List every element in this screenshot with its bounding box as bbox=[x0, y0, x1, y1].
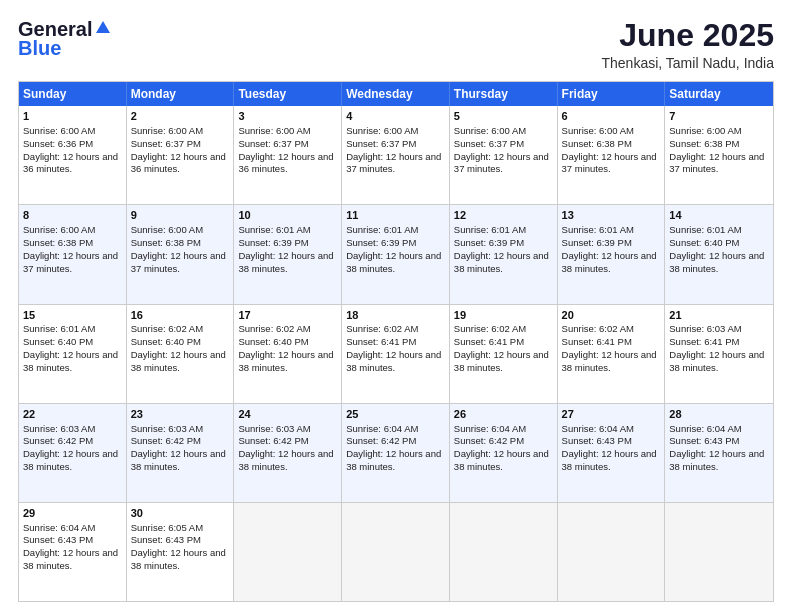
calendar-cell: 16Sunrise: 6:02 AMSunset: 6:40 PMDayligh… bbox=[127, 305, 235, 403]
calendar-cell: 11Sunrise: 6:01 AMSunset: 6:39 PMDayligh… bbox=[342, 205, 450, 303]
day-number: 7 bbox=[669, 109, 769, 124]
calendar-cell: 14Sunrise: 6:01 AMSunset: 6:40 PMDayligh… bbox=[665, 205, 773, 303]
day-number: 11 bbox=[346, 208, 445, 223]
day-number: 15 bbox=[23, 308, 122, 323]
calendar-cell bbox=[665, 503, 773, 601]
day-info: Sunrise: 6:03 AMSunset: 6:42 PMDaylight:… bbox=[238, 423, 333, 472]
day-info: Sunrise: 6:00 AMSunset: 6:38 PMDaylight:… bbox=[23, 224, 118, 273]
calendar-cell: 15Sunrise: 6:01 AMSunset: 6:40 PMDayligh… bbox=[19, 305, 127, 403]
day-number: 16 bbox=[131, 308, 230, 323]
calendar-cell: 20Sunrise: 6:02 AMSunset: 6:41 PMDayligh… bbox=[558, 305, 666, 403]
day-info: Sunrise: 6:03 AMSunset: 6:41 PMDaylight:… bbox=[669, 323, 764, 372]
calendar-cell: 6Sunrise: 6:00 AMSunset: 6:38 PMDaylight… bbox=[558, 106, 666, 204]
day-info: Sunrise: 6:01 AMSunset: 6:39 PMDaylight:… bbox=[454, 224, 549, 273]
calendar-cell: 23Sunrise: 6:03 AMSunset: 6:42 PMDayligh… bbox=[127, 404, 235, 502]
calendar-row: 22Sunrise: 6:03 AMSunset: 6:42 PMDayligh… bbox=[19, 403, 773, 502]
calendar-cell: 4Sunrise: 6:00 AMSunset: 6:37 PMDaylight… bbox=[342, 106, 450, 204]
day-info: Sunrise: 6:01 AMSunset: 6:39 PMDaylight:… bbox=[346, 224, 441, 273]
calendar-body: 1Sunrise: 6:00 AMSunset: 6:36 PMDaylight… bbox=[19, 106, 773, 601]
day-number: 6 bbox=[562, 109, 661, 124]
title-block: June 2025 Thenkasi, Tamil Nadu, India bbox=[602, 18, 775, 71]
svg-marker-0 bbox=[96, 21, 110, 33]
calendar-cell: 9Sunrise: 6:00 AMSunset: 6:38 PMDaylight… bbox=[127, 205, 235, 303]
calendar-cell: 25Sunrise: 6:04 AMSunset: 6:42 PMDayligh… bbox=[342, 404, 450, 502]
day-info: Sunrise: 6:00 AMSunset: 6:37 PMDaylight:… bbox=[454, 125, 549, 174]
calendar-cell: 26Sunrise: 6:04 AMSunset: 6:42 PMDayligh… bbox=[450, 404, 558, 502]
day-number: 5 bbox=[454, 109, 553, 124]
day-number: 23 bbox=[131, 407, 230, 422]
calendar-cell: 10Sunrise: 6:01 AMSunset: 6:39 PMDayligh… bbox=[234, 205, 342, 303]
day-number: 25 bbox=[346, 407, 445, 422]
day-number: 22 bbox=[23, 407, 122, 422]
calendar-cell: 21Sunrise: 6:03 AMSunset: 6:41 PMDayligh… bbox=[665, 305, 773, 403]
location-title: Thenkasi, Tamil Nadu, India bbox=[602, 55, 775, 71]
day-info: Sunrise: 6:02 AMSunset: 6:41 PMDaylight:… bbox=[454, 323, 549, 372]
calendar-cell: 1Sunrise: 6:00 AMSunset: 6:36 PMDaylight… bbox=[19, 106, 127, 204]
calendar-cell: 5Sunrise: 6:00 AMSunset: 6:37 PMDaylight… bbox=[450, 106, 558, 204]
calendar-cell bbox=[342, 503, 450, 601]
calendar-cell bbox=[558, 503, 666, 601]
day-number: 24 bbox=[238, 407, 337, 422]
day-info: Sunrise: 6:04 AMSunset: 6:43 PMDaylight:… bbox=[23, 522, 118, 571]
calendar-cell: 3Sunrise: 6:00 AMSunset: 6:37 PMDaylight… bbox=[234, 106, 342, 204]
day-info: Sunrise: 6:02 AMSunset: 6:40 PMDaylight:… bbox=[131, 323, 226, 372]
day-info: Sunrise: 6:03 AMSunset: 6:42 PMDaylight:… bbox=[23, 423, 118, 472]
header-day-monday: Monday bbox=[127, 82, 235, 106]
header: General Blue June 2025 Thenkasi, Tamil N… bbox=[18, 18, 774, 71]
calendar-cell bbox=[450, 503, 558, 601]
day-info: Sunrise: 6:00 AMSunset: 6:37 PMDaylight:… bbox=[346, 125, 441, 174]
header-day-sunday: Sunday bbox=[19, 82, 127, 106]
calendar-cell: 24Sunrise: 6:03 AMSunset: 6:42 PMDayligh… bbox=[234, 404, 342, 502]
calendar-cell: 12Sunrise: 6:01 AMSunset: 6:39 PMDayligh… bbox=[450, 205, 558, 303]
day-number: 12 bbox=[454, 208, 553, 223]
day-info: Sunrise: 6:05 AMSunset: 6:43 PMDaylight:… bbox=[131, 522, 226, 571]
calendar-cell bbox=[234, 503, 342, 601]
day-info: Sunrise: 6:02 AMSunset: 6:40 PMDaylight:… bbox=[238, 323, 333, 372]
day-number: 26 bbox=[454, 407, 553, 422]
calendar-cell: 30Sunrise: 6:05 AMSunset: 6:43 PMDayligh… bbox=[127, 503, 235, 601]
calendar: SundayMondayTuesdayWednesdayThursdayFrid… bbox=[18, 81, 774, 602]
calendar-cell: 8Sunrise: 6:00 AMSunset: 6:38 PMDaylight… bbox=[19, 205, 127, 303]
header-day-tuesday: Tuesday bbox=[234, 82, 342, 106]
day-number: 29 bbox=[23, 506, 122, 521]
day-number: 2 bbox=[131, 109, 230, 124]
day-info: Sunrise: 6:00 AMSunset: 6:38 PMDaylight:… bbox=[669, 125, 764, 174]
month-title: June 2025 bbox=[602, 18, 775, 53]
day-number: 8 bbox=[23, 208, 122, 223]
header-day-wednesday: Wednesday bbox=[342, 82, 450, 106]
calendar-header: SundayMondayTuesdayWednesdayThursdayFrid… bbox=[19, 82, 773, 106]
day-info: Sunrise: 6:04 AMSunset: 6:43 PMDaylight:… bbox=[562, 423, 657, 472]
calendar-cell: 22Sunrise: 6:03 AMSunset: 6:42 PMDayligh… bbox=[19, 404, 127, 502]
logo-icon bbox=[94, 19, 112, 37]
calendar-row: 1Sunrise: 6:00 AMSunset: 6:36 PMDaylight… bbox=[19, 106, 773, 204]
calendar-cell: 13Sunrise: 6:01 AMSunset: 6:39 PMDayligh… bbox=[558, 205, 666, 303]
logo: General Blue bbox=[18, 18, 112, 60]
day-info: Sunrise: 6:00 AMSunset: 6:38 PMDaylight:… bbox=[131, 224, 226, 273]
day-number: 18 bbox=[346, 308, 445, 323]
day-info: Sunrise: 6:00 AMSunset: 6:37 PMDaylight:… bbox=[238, 125, 333, 174]
calendar-cell: 28Sunrise: 6:04 AMSunset: 6:43 PMDayligh… bbox=[665, 404, 773, 502]
day-info: Sunrise: 6:00 AMSunset: 6:37 PMDaylight:… bbox=[131, 125, 226, 174]
day-number: 19 bbox=[454, 308, 553, 323]
calendar-cell: 29Sunrise: 6:04 AMSunset: 6:43 PMDayligh… bbox=[19, 503, 127, 601]
day-info: Sunrise: 6:03 AMSunset: 6:42 PMDaylight:… bbox=[131, 423, 226, 472]
day-number: 4 bbox=[346, 109, 445, 124]
day-number: 9 bbox=[131, 208, 230, 223]
calendar-cell: 18Sunrise: 6:02 AMSunset: 6:41 PMDayligh… bbox=[342, 305, 450, 403]
day-info: Sunrise: 6:02 AMSunset: 6:41 PMDaylight:… bbox=[346, 323, 441, 372]
day-number: 21 bbox=[669, 308, 769, 323]
day-info: Sunrise: 6:01 AMSunset: 6:40 PMDaylight:… bbox=[669, 224, 764, 273]
calendar-cell: 17Sunrise: 6:02 AMSunset: 6:40 PMDayligh… bbox=[234, 305, 342, 403]
logo-blue-text: Blue bbox=[18, 37, 61, 60]
day-info: Sunrise: 6:04 AMSunset: 6:43 PMDaylight:… bbox=[669, 423, 764, 472]
day-number: 17 bbox=[238, 308, 337, 323]
day-info: Sunrise: 6:02 AMSunset: 6:41 PMDaylight:… bbox=[562, 323, 657, 372]
calendar-cell: 27Sunrise: 6:04 AMSunset: 6:43 PMDayligh… bbox=[558, 404, 666, 502]
page: General Blue June 2025 Thenkasi, Tamil N… bbox=[0, 0, 792, 612]
calendar-row: 8Sunrise: 6:00 AMSunset: 6:38 PMDaylight… bbox=[19, 204, 773, 303]
day-info: Sunrise: 6:04 AMSunset: 6:42 PMDaylight:… bbox=[346, 423, 441, 472]
day-number: 28 bbox=[669, 407, 769, 422]
calendar-cell: 7Sunrise: 6:00 AMSunset: 6:38 PMDaylight… bbox=[665, 106, 773, 204]
day-number: 20 bbox=[562, 308, 661, 323]
calendar-row: 15Sunrise: 6:01 AMSunset: 6:40 PMDayligh… bbox=[19, 304, 773, 403]
